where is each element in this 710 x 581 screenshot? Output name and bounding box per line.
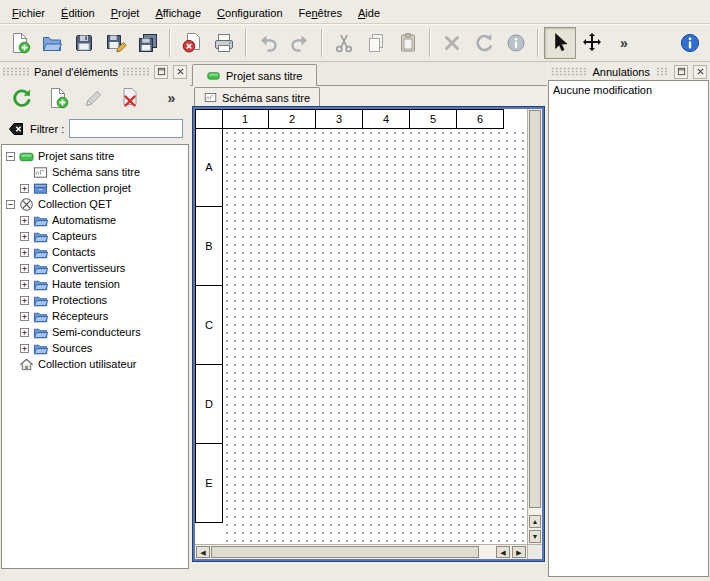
- menu-item-fenetres[interactable]: Fenêtres: [291, 2, 350, 23]
- expand-toggle[interactable]: +: [20, 216, 29, 225]
- vertical-scrollbar[interactable]: ▲ ▼: [527, 109, 542, 544]
- paste-icon: [397, 32, 419, 54]
- tree-item-protections[interactable]: +Protections: [2, 292, 188, 308]
- save-button[interactable]: [68, 27, 100, 59]
- edit-element-icon: [83, 87, 105, 109]
- elements-toolbar: »: [0, 80, 190, 116]
- tree-item-label: Projet sans titre: [38, 150, 114, 162]
- filter-input[interactable]: [69, 119, 183, 138]
- menu-item-fichier[interactable]: Fichier: [4, 2, 53, 23]
- project-tab[interactable]: Projet sans titre: [192, 64, 317, 86]
- expand-toggle[interactable]: +: [20, 184, 29, 193]
- expand-toggle[interactable]: +: [20, 344, 29, 353]
- ruler-row-label: D: [195, 364, 223, 444]
- folder-icon: [33, 229, 48, 244]
- elements-toolbar-overflow-button[interactable]: »: [161, 85, 182, 112]
- float-undo-panel-button[interactable]: [674, 65, 688, 79]
- toolbar-overflow-button[interactable]: »: [608, 27, 640, 59]
- tree-item-label: Sources: [52, 342, 92, 354]
- tree-item-label: Automatisme: [52, 214, 116, 226]
- save-all-button[interactable]: [132, 27, 164, 59]
- scroll-right-button[interactable]: ▶: [512, 546, 526, 558]
- save-as-button[interactable]: [100, 27, 132, 59]
- schema-icon: [33, 165, 48, 180]
- expand-toggle[interactable]: +: [20, 312, 29, 321]
- ruler-row-label: E: [195, 443, 223, 523]
- tree-item-recepteurs[interactable]: +Récepteurs: [2, 308, 188, 324]
- diagram-canvas[interactable]: [223, 129, 527, 544]
- tree-item-automatisme[interactable]: +Automatisme: [2, 212, 188, 228]
- delete-element-button[interactable]: [116, 85, 143, 112]
- vscroll-track[interactable]: [528, 109, 542, 514]
- undo-empty-text: Aucune modification: [553, 84, 704, 96]
- open-project-button[interactable]: [36, 27, 68, 59]
- scroll-up-button[interactable]: ▲: [529, 515, 541, 528]
- collapse-toggle[interactable]: −: [6, 200, 15, 209]
- reload-button[interactable]: [8, 85, 35, 112]
- move-view-button[interactable]: [576, 27, 608, 59]
- tree-item-haute-tension[interactable]: +Haute tension: [2, 276, 188, 292]
- select-arrow-icon: [549, 32, 571, 54]
- ruler-row-label: A: [195, 127, 223, 207]
- float-icon: [157, 67, 166, 76]
- tree-item-schema-sans-titre[interactable]: Schéma sans titre: [2, 164, 188, 180]
- horizontal-scrollbar[interactable]: ◀ ◀ ▶: [195, 544, 527, 559]
- tree-item-sources[interactable]: +Sources: [2, 340, 188, 356]
- expand-toggle[interactable]: +: [20, 296, 29, 305]
- clear-filter-icon: [8, 121, 24, 137]
- delete-element-icon: [119, 87, 141, 109]
- rotate-button: [468, 27, 500, 59]
- expand-toggle[interactable]: +: [20, 248, 29, 257]
- tree-item-contacts[interactable]: +Contacts: [2, 244, 188, 260]
- save-as-icon: [105, 32, 127, 54]
- select-arrow-button[interactable]: [544, 27, 576, 59]
- menu-item-configuration[interactable]: Configuration: [209, 2, 290, 23]
- about-button[interactable]: [674, 27, 706, 59]
- element-tree[interactable]: −Projet sans titreSchéma sans titre+Coll…: [1, 144, 189, 569]
- hscroll-thumb[interactable]: [211, 546, 479, 558]
- tree-item-collection-qet[interactable]: −Collection QET: [2, 196, 188, 212]
- tree-item-label: Capteurs: [52, 230, 97, 242]
- expand-toggle[interactable]: +: [20, 264, 29, 273]
- tree-item-collection-utilisateur[interactable]: Collection utilisateur: [2, 356, 188, 372]
- tree-item-projet-sans-titre[interactable]: −Projet sans titre: [2, 148, 188, 164]
- ruler-rows: ABCDE: [195, 128, 223, 523]
- scroll-left-button[interactable]: ◀: [196, 546, 210, 558]
- menu-item-edition[interactable]: Édition: [53, 2, 103, 23]
- collapse-toggle[interactable]: −: [6, 152, 15, 161]
- close-project-button[interactable]: [176, 27, 208, 59]
- toolbar-separator: [245, 29, 247, 57]
- folder-icon: [33, 341, 48, 356]
- rotate-icon: [473, 32, 495, 54]
- schema-tab[interactable]: Schéma sans titre: [194, 87, 320, 107]
- expand-toggle[interactable]: +: [20, 232, 29, 241]
- scroll-down-button[interactable]: ▼: [529, 530, 541, 543]
- close-undo-panel-button[interactable]: [693, 65, 707, 79]
- menu-item-projet[interactable]: Projet: [103, 2, 148, 23]
- float-panel-button[interactable]: [154, 65, 168, 79]
- undo-list[interactable]: Aucune modification: [548, 80, 709, 577]
- tree-item-collection-projet[interactable]: +Collection projet: [2, 180, 188, 196]
- tree-item-capteurs[interactable]: +Capteurs: [2, 228, 188, 244]
- folder-icon: [33, 245, 48, 260]
- tree-item-convertisseurs[interactable]: +Convertisseurs: [2, 260, 188, 276]
- delete-icon: [441, 32, 463, 54]
- new-element-button[interactable]: [44, 85, 71, 112]
- open-project-icon: [41, 32, 63, 54]
- expand-toggle[interactable]: +: [20, 328, 29, 337]
- ruler-column-label: 2: [268, 109, 316, 129]
- print-button[interactable]: [208, 27, 240, 59]
- menu-item-aide[interactable]: Aide: [350, 2, 388, 23]
- clear-filter-button[interactable]: [7, 120, 25, 138]
- scroll-left-button-end[interactable]: ◀: [496, 546, 510, 558]
- menu-item-affichage[interactable]: Affichage: [147, 2, 209, 23]
- close-panel-button[interactable]: [173, 65, 187, 79]
- vscroll-thumb[interactable]: [529, 110, 541, 508]
- tree-item-label: Collection utilisateur: [38, 358, 136, 370]
- schema-icon: [204, 91, 217, 104]
- expand-toggle[interactable]: +: [20, 280, 29, 289]
- toolbar-separator: [169, 29, 171, 57]
- tree-item-semi-conducteurs[interactable]: +Semi-conducteurs: [2, 324, 188, 340]
- hscroll-track[interactable]: [211, 546, 495, 558]
- new-project-button[interactable]: [4, 27, 36, 59]
